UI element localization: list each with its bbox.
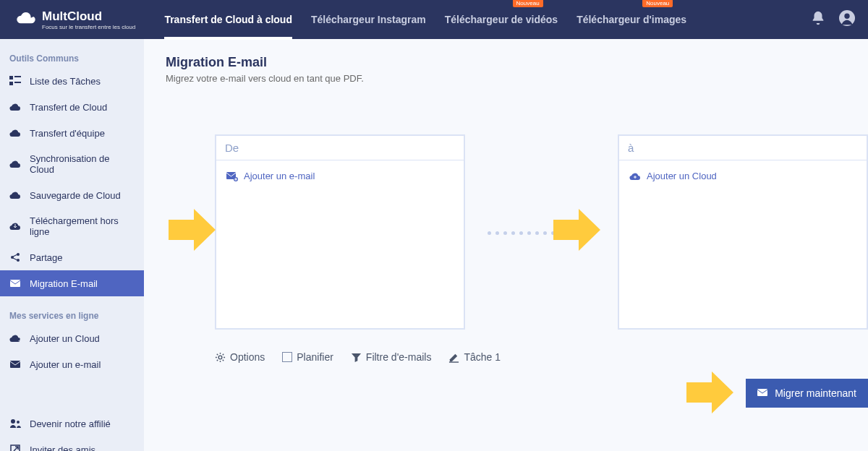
top-nav: Transfert de Cloud à cloud Téléchargeur …	[164, 1, 810, 38]
nav-transfer[interactable]: Transfert de Cloud à cloud	[164, 1, 292, 38]
email-icon	[9, 278, 21, 289]
add-cloud-icon: +	[9, 332, 21, 344]
sidebar-item-tasks[interactable]: Liste des Tâches	[0, 68, 144, 94]
to-panel: à Ajouter un Cloud	[618, 134, 868, 330]
new-badge: Nouveau	[642, 0, 673, 7]
sidebar-item-email-migration[interactable]: Migration E-mail	[0, 270, 144, 296]
sidebar-item-invite[interactable]: Inviter des amis	[0, 437, 144, 451]
svg-rect-4	[9, 82, 13, 85]
external-link-icon	[9, 444, 21, 451]
sidebar-group-services: Mes services en ligne	[0, 305, 144, 325]
action-bar: Options Planifier Filtre d'e-mails Tâche…	[166, 351, 846, 363]
schedule-button[interactable]: Planifier	[282, 351, 333, 363]
app-header: MultCloud Focus sur le transfert entre l…	[0, 0, 868, 39]
svg-point-1	[844, 14, 849, 19]
sidebar-item-add-cloud[interactable]: +Ajouter un Cloud	[0, 325, 144, 351]
cloud-plus-icon	[629, 171, 641, 181]
nav-video[interactable]: Téléchargeur de vidéosNouveau	[445, 1, 558, 38]
options-button[interactable]: Options	[215, 351, 265, 363]
share-icon	[9, 252, 21, 263]
svg-rect-18	[757, 389, 767, 396]
cloud-logo-icon	[13, 9, 36, 30]
team-transfer-icon	[9, 127, 21, 139]
to-label: à	[619, 136, 867, 160]
svg-rect-2	[9, 76, 13, 80]
sidebar-item-offline[interactable]: Téléchargement hors ligne	[0, 208, 144, 244]
highlight-arrow-icon	[169, 209, 216, 251]
logo[interactable]: MultCloud Focus sur le transfert entre l…	[13, 9, 135, 30]
mail-send-icon	[757, 388, 769, 398]
sidebar-item-sync[interactable]: Synchronisation de Cloud	[0, 146, 144, 182]
add-email-icon	[9, 358, 21, 370]
checkbox-icon	[282, 352, 292, 362]
task-name-button[interactable]: Tâche 1	[448, 351, 501, 363]
mail-plus-icon	[226, 171, 238, 181]
filter-button[interactable]: Filtre d'e-mails	[351, 351, 432, 363]
backup-icon	[9, 189, 21, 201]
gear-icon	[215, 352, 226, 363]
from-label: De	[216, 136, 464, 160]
add-cloud-button[interactable]: Ajouter un Cloud	[629, 171, 856, 181]
nav-instagram[interactable]: Téléchargeur Instagram	[311, 1, 426, 38]
logo-subtitle: Focus sur le transfert entre les cloud	[42, 24, 135, 30]
svg-text:+: +	[18, 338, 21, 344]
main-content: Migration E-mail Migrez votre e-mail ver…	[144, 39, 868, 451]
people-icon	[9, 418, 21, 429]
svg-rect-9	[10, 280, 20, 287]
logo-title: MultCloud	[42, 9, 135, 24]
svg-rect-5	[14, 82, 21, 83]
svg-rect-11	[10, 361, 20, 368]
edit-icon	[448, 352, 459, 363]
svg-point-13	[17, 421, 20, 424]
svg-point-17	[218, 356, 222, 359]
sidebar-item-add-email[interactable]: Ajouter un e-mail	[0, 351, 144, 377]
download-icon	[9, 220, 21, 232]
sidebar-group-common: Outils Communs	[0, 48, 144, 68]
svg-point-12	[11, 419, 15, 424]
nav-images[interactable]: Téléchargeur d'imagesNouveau	[576, 1, 686, 38]
svg-rect-3	[14, 76, 21, 77]
sync-icon	[9, 158, 21, 170]
migrate-now-button[interactable]: Migrer maintenant	[746, 379, 868, 408]
sidebar-item-share[interactable]: Partage	[0, 244, 144, 270]
page-title: Migration E-mail	[166, 55, 846, 70]
from-panel: De Ajouter un e-mail	[215, 134, 465, 330]
bell-icon[interactable]	[810, 10, 826, 29]
add-email-button[interactable]: Ajouter un e-mail	[226, 171, 454, 181]
page-subtitle: Migrez votre e-mail vers cloud en tant q…	[166, 73, 846, 84]
sidebar-item-backup[interactable]: Sauvegarde de Cloud	[0, 182, 144, 208]
sidebar-item-affiliate[interactable]: Devenir notre affilié	[0, 411, 144, 437]
highlight-arrow-icon	[553, 209, 600, 251]
sidebar-item-transfer[interactable]: Transfert de Cloud	[0, 94, 144, 120]
avatar-icon[interactable]	[839, 10, 855, 29]
filter-icon	[351, 352, 362, 363]
sidebar-item-team[interactable]: Transfert d'équipe	[0, 120, 144, 146]
cloud-transfer-icon	[9, 101, 21, 113]
new-badge: Nouveau	[513, 0, 543, 7]
sidebar: Outils Communs Liste des Tâches Transfer…	[0, 39, 144, 451]
highlight-arrow-icon	[686, 371, 733, 413]
list-icon	[9, 75, 21, 87]
